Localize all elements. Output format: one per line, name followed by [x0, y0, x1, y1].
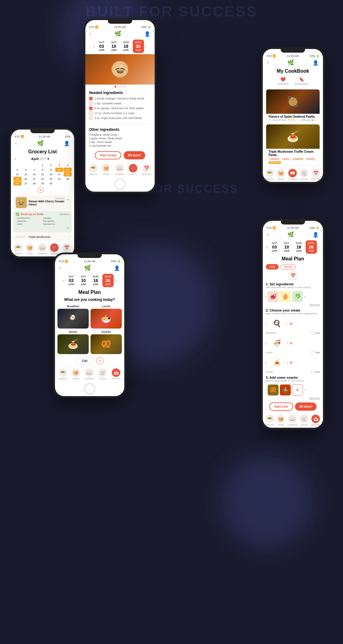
dinner-row-img[interactable]: 🍝	[268, 356, 286, 370]
lunch-skip[interactable]: Skip	[311, 351, 320, 354]
dinner-next[interactable]: ›	[287, 360, 288, 365]
back-arrow-3[interactable]: ‹	[267, 60, 269, 65]
dinner-prev[interactable]: ‹	[265, 360, 266, 365]
breakfast-skip-check[interactable]	[311, 331, 314, 334]
lunch-row-img[interactable]: 🍜	[268, 336, 286, 350]
all-done-btn-recipe[interactable]: All done!	[124, 151, 145, 159]
cal-28[interactable]: 28	[30, 181, 38, 186]
date-sat2-5[interactable]: SAT 10 APR	[281, 240, 292, 254]
user-icon-5[interactable]: 👤	[313, 232, 319, 238]
cal-6[interactable]: 6	[22, 168, 30, 172]
add-more-ingr[interactable]: Add more	[263, 303, 323, 307]
nav-pantry-2[interactable]: 🧺 Pantry	[102, 164, 110, 175]
dot-1[interactable]	[115, 86, 116, 88]
user-icon-2[interactable]: 👤	[144, 31, 150, 37]
snacks-img[interactable]: 🥨	[91, 334, 122, 354]
dot-3[interactable]	[121, 86, 122, 88]
date-sat2-4[interactable]: SAT 10 APR	[78, 274, 89, 287]
date-prev-4[interactable]: ‹	[63, 278, 65, 283]
calendar-btn[interactable]: 📅	[289, 271, 297, 280]
nav-mealplan-4[interactable]: 📅 Meal Plan	[111, 368, 121, 380]
tab-bookmarks[interactable]: 🔖 Bookmarks	[295, 77, 308, 85]
dot-4[interactable]	[124, 86, 125, 88]
cal-7[interactable]: 7	[30, 168, 38, 172]
cal-2[interactable]: 2	[47, 163, 55, 167]
nav-pantry-4[interactable]: 🧺 Pantry	[71, 368, 80, 380]
weekly-btn[interactable]: Weekly	[280, 264, 296, 270]
grocery-item-fruits[interactable]: ✅ Stock up on fruits 04/18/21 strawberri…	[13, 211, 72, 233]
cal-24[interactable]: 24	[55, 177, 63, 181]
user-icon-1[interactable]: 👤	[64, 141, 70, 146]
nav-cookbook-2[interactable]: 📖 CookBook	[115, 164, 125, 175]
nav-leftovers-4[interactable]: 🥗 Leftovers	[58, 368, 67, 380]
date-next-4[interactable]: ›	[115, 278, 116, 283]
cal-17[interactable]: 17	[55, 172, 63, 176]
cal-4[interactable]: 4	[63, 163, 72, 167]
check-3[interactable]: ✓	[89, 106, 93, 110]
check-1[interactable]: ✓	[89, 97, 93, 100]
date-sat-5[interactable]: SAT 03 APR	[269, 240, 280, 254]
cal-23[interactable]: 23	[47, 177, 55, 181]
lunch-img[interactable]: 🍜	[91, 309, 122, 329]
snacks-thumb-1[interactable]: 🥨	[268, 385, 279, 395]
ingr-next[interactable]: ›	[304, 294, 305, 299]
dinner-skip-check[interactable]	[311, 370, 314, 373]
daily-btn[interactable]: Daily	[266, 264, 279, 270]
nav-mealplan-2[interactable]: 📅 Meal Plan	[142, 164, 151, 175]
nav-leftovers-2[interactable]: 🥗 Leftovers	[89, 164, 98, 175]
date-mon-4[interactable]: MON 26 APR	[102, 274, 114, 287]
all-done-btn-mp[interactable]: All done!	[295, 402, 317, 411]
snacks-add-btn[interactable]: +	[292, 385, 303, 395]
dinner-skip[interactable]: Skip	[311, 370, 320, 373]
cal-30[interactable]: 30	[47, 181, 55, 186]
date-prev-5[interactable]: ‹	[266, 245, 268, 249]
breakfast-img[interactable]: 🍳	[57, 309, 89, 329]
lunch-skip-check[interactable]	[311, 351, 314, 354]
check-4[interactable]	[89, 111, 93, 115]
cal-18[interactable]: 18	[63, 172, 72, 176]
nav-mealplan-5[interactable]: 📅 Meal Plan	[311, 415, 321, 426]
cal-27[interactable]: 27	[22, 181, 30, 186]
nav-grocery-3[interactable]: 🛒 Grocery	[300, 169, 308, 180]
cal-16[interactable]: 16	[47, 172, 55, 176]
nav-mealplan-3[interactable]: 📅 Meal Plan	[311, 169, 321, 180]
date-sun-2[interactable]: SUN 18 APR	[121, 40, 132, 53]
cal-10[interactable]: 10	[55, 168, 63, 172]
minus-btn-paneer[interactable]: −	[67, 197, 69, 203]
thumb-egg[interactable]: 🥚	[280, 291, 291, 302]
date-sat-4[interactable]: SAT 03 APR	[66, 274, 77, 287]
nav-cookbook-1[interactable]: 📖 CookBook	[37, 243, 47, 255]
add-more-snacks[interactable]: Add more	[263, 397, 323, 401]
breakfast-add[interactable]: ⊕	[290, 322, 293, 326]
dinner-img[interactable]: 🍝	[57, 334, 89, 354]
home-button-4[interactable]	[84, 383, 95, 394]
nav-cookbook-4[interactable]: 📖 CookBook	[84, 368, 94, 380]
back-arrow-1[interactable]: ‹	[15, 141, 17, 146]
cal-19[interactable]: 19	[13, 177, 22, 181]
back-arrow-4[interactable]: ‹	[59, 265, 61, 271]
date-prev-2[interactable]: ‹	[94, 44, 95, 49]
date-sun-4[interactable]: SUN 18 APR	[90, 274, 101, 287]
cal-12[interactable]: 12	[13, 172, 22, 176]
snacks-thumb-2[interactable]: 🍲	[280, 385, 291, 395]
lunch-add[interactable]: ⊕	[290, 341, 293, 345]
nav-pantry-5[interactable]: 🧺 Pantry	[276, 415, 285, 426]
snacks-prev[interactable]: ‹	[265, 388, 266, 392]
add-meal-btn[interactable]: +	[96, 357, 104, 364]
cal-11[interactable]: 11	[63, 168, 72, 172]
user-icon-3[interactable]: 👤	[313, 60, 319, 66]
cal-15[interactable]: 15	[39, 172, 47, 176]
cal-5[interactable]: 5	[13, 168, 22, 172]
user-icon-4[interactable]: 👤	[114, 265, 120, 271]
cal-25[interactable]: 25	[63, 177, 72, 181]
date-mon-2[interactable]: MON 26 APR	[133, 40, 144, 53]
nav-leftovers-3[interactable]: 🥗 Leftovers	[265, 169, 274, 180]
breakfast-next[interactable]: ›	[287, 322, 288, 326]
nav-grocery-4[interactable]: 🛒 Grocery	[98, 368, 107, 380]
thumb-meat[interactable]: 🥩	[268, 291, 279, 302]
cal-20[interactable]: 20	[22, 177, 30, 181]
snacks-next[interactable]: ›	[304, 388, 305, 392]
ingr-prev[interactable]: ‹	[265, 294, 266, 299]
date-sat2-2[interactable]: SAT 10 APR	[108, 40, 119, 53]
nav-pantry-1[interactable]: 🧺 Pantry	[26, 243, 34, 255]
